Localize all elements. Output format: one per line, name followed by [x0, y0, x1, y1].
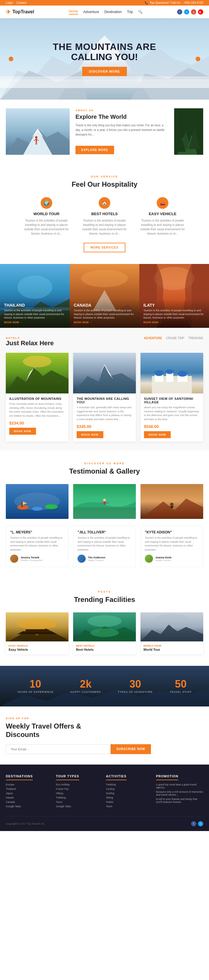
- footer-link-google-tales-2[interactable]: Google Tales: [56, 805, 103, 808]
- trending-hotels-label: BEST HOTELS: [76, 644, 133, 647]
- phone-icon: 📞: [144, 1, 148, 4]
- logo-text: TopTravel: [13, 9, 34, 14]
- hotel-santorini-book-btn[interactable]: BOOK NOW: [144, 431, 171, 438]
- footer-link-surfing[interactable]: Surfing: [106, 792, 153, 795]
- testi-author-1: Jessica Torank Wildlife Photographer: [10, 555, 64, 563]
- easy-vehicle-desc: Tourism is the activities of people trav…: [136, 218, 189, 236]
- search-icon[interactable]: 🔍: [138, 10, 142, 14]
- testi-name-1: "L. MEYERS": [10, 530, 64, 534]
- nav-destination[interactable]: Destination: [104, 10, 122, 14]
- svg-line-17: [36, 142, 37, 145]
- hero-nav-left[interactable]: [9, 57, 13, 61]
- newsletter-email-input[interactable]: [6, 744, 111, 754]
- hotel-santorini-svg: [141, 353, 203, 393]
- trending-tour-body: WORLD TOUR World Tour: [141, 641, 203, 654]
- logo[interactable]: ✈ TopTravel: [6, 8, 34, 15]
- footer-link-hotels-act[interactable]: Hotels: [106, 800, 153, 803]
- canada-book-btn[interactable]: BOOK NOW →: [74, 321, 135, 324]
- hotel-card-calling-price: $345.00: [77, 424, 132, 429]
- best-hotels-desc: Tourism is the activities of people trav…: [78, 218, 131, 236]
- footer-twitter-icon[interactable]: t: [198, 821, 203, 826]
- footer-link-skiing[interactable]: Skiing: [106, 796, 153, 799]
- services-grid: 🌍 WORLD TOUR Tourism is the activities o…: [6, 197, 203, 236]
- footer-promotion-title: PROMOTION: [156, 775, 179, 780]
- thailand-book-btn[interactable]: BOOK NOW →: [4, 321, 66, 324]
- about-image: [6, 108, 70, 155]
- discover-more-button[interactable]: DISCOVER MORE: [82, 67, 127, 76]
- navbar: ✈ TopTravel Home Adventure Destination T…: [0, 6, 209, 18]
- service-easy-vehicle: 🚗 EASY VEHICLE Tourism is the activities…: [136, 197, 189, 236]
- best-hotels-icon: 🏠: [99, 197, 110, 209]
- trending-hotels-body: BEST HOTELS Best Hotels: [73, 641, 136, 654]
- hotel-card-mountains-body: ILLUSTRATION OF MOUNTAINS From mountain …: [6, 393, 68, 438]
- more-services-button[interactable]: MORE SERVICES: [84, 243, 125, 252]
- footer-link-canada[interactable]: Canada: [6, 800, 53, 803]
- trending-card-hotels[interactable]: BEST HOTELS Best Hotels: [73, 612, 136, 654]
- about-text: ABOUT US Explore The World Travel is the…: [76, 109, 168, 154]
- footer-link-trekking-act[interactable]: Trekking: [106, 783, 153, 786]
- googleplus-icon[interactable]: g: [191, 9, 196, 14]
- footer-facebook-icon[interactable]: f: [191, 821, 196, 826]
- hotel-calling-book-btn[interactable]: BOOK NOW: [77, 431, 103, 438]
- footer-link-cycling[interactable]: Cycling: [106, 788, 153, 791]
- footer-copyright: Copyright © 2017 Top Travels Inc.: [6, 822, 45, 825]
- thailand-overlay: THAILAND Tourism is the activities of pe…: [0, 299, 70, 328]
- svg-point-39: [23, 356, 51, 368]
- footer-link-europe[interactable]: Europe: [6, 783, 53, 786]
- hotel-mountains-svg: [6, 353, 68, 393]
- facebook-icon[interactable]: f: [177, 9, 182, 14]
- trending-hotels-svg: [73, 612, 136, 641]
- svg-point-59: [103, 499, 106, 501]
- footer-link-hawaii[interactable]: Hawaii: [6, 796, 53, 799]
- svg-point-48: [154, 370, 163, 376]
- footer-link-cruise[interactable]: Cruise Trip: [56, 788, 103, 791]
- youtube-icon[interactable]: ▶: [198, 9, 203, 14]
- trending-tour-label: WORLD TOUR: [143, 644, 200, 647]
- explore-more-button[interactable]: EXPLORE MORE: [76, 146, 114, 154]
- testi-author-3: Joanna Earle Happy Traveler: [145, 555, 199, 563]
- tab-cruise-trip[interactable]: CRUISE TRIP: [166, 337, 184, 340]
- hero-nav-right[interactable]: [196, 57, 200, 61]
- trending-tour-img: [141, 612, 203, 641]
- destination-ilaty[interactable]: ILATY Tourism is the activities of peopl…: [139, 264, 209, 328]
- svg-point-25: [17, 275, 52, 299]
- footer-link-hiking[interactable]: Hiking: [56, 792, 103, 795]
- destination-thailand[interactable]: THAILAND Tourism is the activities of pe…: [0, 264, 70, 328]
- trending-card-tour[interactable]: WORLD TOUR World Tour: [141, 612, 203, 654]
- nav-home[interactable]: Home: [69, 9, 78, 14]
- destination-canada[interactable]: CANADA Tourism is the activities of peop…: [70, 264, 139, 328]
- footer-link-trekking[interactable]: Trekking: [56, 796, 103, 799]
- testimonial-card-3: "KYTE ADISON" Tourism is the activities …: [141, 526, 203, 567]
- svg-rect-7: [0, 79, 209, 88]
- hotel-card-mountains-title: ILLUSTRATION OF MOUNTAINS: [9, 397, 65, 401]
- twitter-icon[interactable]: t: [184, 9, 189, 14]
- footer-link-eco[interactable]: Eco Holiday: [56, 783, 103, 786]
- hotel-mountains-book-btn[interactable]: BOOK NOW: [9, 428, 36, 435]
- footer-social: f t: [191, 821, 203, 826]
- hero-section: THE MOUNTAINS ARE CALLING YOU! DISCOVER …: [0, 18, 209, 100]
- login-link[interactable]: Login: [6, 1, 13, 4]
- hotels-header: HOTELS Just Relax Here ADVENTURE CRUISE …: [6, 337, 203, 347]
- nav-trip[interactable]: Trip: [127, 10, 133, 14]
- stats-grid: 10 YEARS OF EXPERIENCE 2k HAPPY CUSTOMER…: [0, 679, 209, 694]
- tab-trekking[interactable]: TREKKING: [188, 337, 203, 340]
- about-title: Explore The World: [76, 113, 168, 120]
- stat-staff-number: 50: [169, 679, 192, 689]
- gallery-desert-svg: [141, 484, 203, 519]
- best-hotels-name: BEST HOTELS: [78, 212, 131, 216]
- footer-link-japan[interactable]: Japan: [6, 792, 53, 795]
- footer-link-google-tales-1[interactable]: Google Tales: [6, 805, 53, 808]
- footer-link-tours[interactable]: Tours: [56, 800, 103, 803]
- trending-card-vehicle[interactable]: EASY VEHICLE Easy Vehicle: [6, 612, 68, 654]
- contact-link[interactable]: Contact: [16, 1, 26, 4]
- about-forest-image: [174, 108, 203, 155]
- tab-adventure[interactable]: ADVENTURE: [144, 337, 162, 340]
- newsletter-subscribe-button[interactable]: SUBSCRIBE NOW: [111, 744, 151, 754]
- testi-author-name-3: Joanna Earle: [155, 556, 171, 559]
- footer-link-tours-act[interactable]: Tours: [106, 805, 153, 808]
- nav-adventure[interactable]: Adventure: [83, 10, 99, 14]
- ilaty-book-btn[interactable]: BOOK NOW →: [143, 321, 205, 324]
- svg-point-53: [17, 505, 28, 510]
- svg-point-31: [81, 270, 128, 287]
- footer-link-thailand[interactable]: Thailand: [6, 788, 53, 791]
